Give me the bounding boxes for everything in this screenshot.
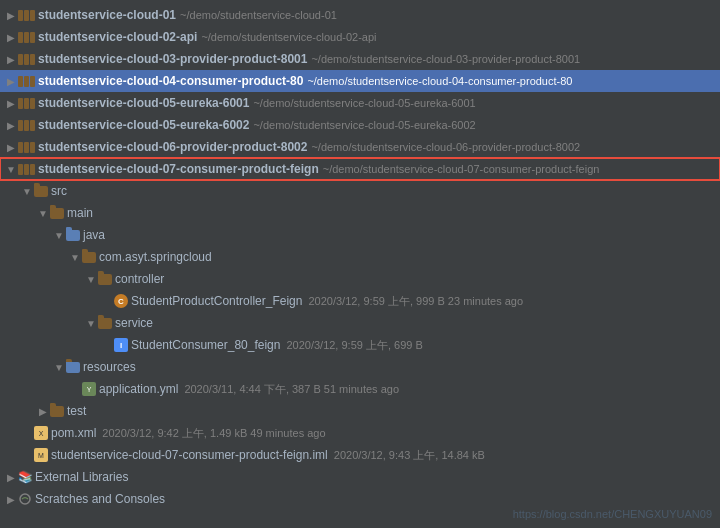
folder-icon (50, 208, 64, 219)
tree-item-item-06[interactable]: studentservice-cloud-05-eureka-6002 ~/de… (0, 114, 720, 136)
item-path: ~/demo/studentservice-cloud-03-provider-… (311, 53, 580, 65)
ext-libraries-icon: 📚 (18, 470, 32, 484)
folder-icon (50, 406, 64, 417)
tree-item-item-01[interactable]: studentservice-cloud-01 ~/demo/studentse… (0, 4, 720, 26)
item-path: ~/demo/studentservice-cloud-05-eureka-60… (253, 119, 475, 131)
module-icon (18, 32, 35, 43)
tree-item-item-16[interactable]: IStudentConsumer_80_feign2020/3/12, 9:59… (0, 334, 720, 356)
tree-item-item-13[interactable]: controller (0, 268, 720, 290)
expand-arrow[interactable] (84, 274, 98, 285)
expand-arrow[interactable] (4, 10, 18, 21)
item-path: ~/demo/studentservice-cloud-05-eureka-60… (253, 97, 475, 109)
expand-arrow[interactable] (4, 76, 18, 87)
item-path: ~/demo/studentservice-cloud-02-api (201, 31, 376, 43)
item-meta: 2020/3/12, 9:59 上午, 999 B 23 minutes ago (308, 294, 523, 309)
folder-icon (98, 318, 112, 329)
folder-resources-icon (66, 362, 80, 373)
expand-arrow[interactable] (4, 472, 18, 483)
item-path: ~/demo/studentservice-cloud-01 (180, 9, 337, 21)
item-label: studentservice-cloud-05-eureka-6002 (38, 118, 249, 132)
tree-item-item-15[interactable]: service (0, 312, 720, 334)
tree-item-item-04[interactable]: studentservice-cloud-04-consumer-product… (0, 70, 720, 92)
expand-arrow[interactable] (4, 142, 18, 153)
item-meta: 2020/3/12, 9:42 上午, 1.49 kB 49 minutes a… (102, 426, 325, 441)
scratch-icon (18, 492, 32, 506)
item-label: Scratches and Consoles (35, 492, 165, 506)
tree-item-item-23[interactable]: Scratches and Consoles (0, 488, 720, 510)
tree-item-item-17[interactable]: resources (0, 356, 720, 378)
item-label: application.yml (99, 382, 178, 396)
tree-item-item-18[interactable]: Yapplication.yml2020/3/11, 4:44 下午, 387 … (0, 378, 720, 400)
item-label: pom.xml (51, 426, 96, 440)
item-label: studentservice-cloud-02-api (38, 30, 197, 44)
module-icon (18, 164, 35, 175)
tree-item-item-07[interactable]: studentservice-cloud-06-provider-product… (0, 136, 720, 158)
tree-item-item-09[interactable]: src (0, 180, 720, 202)
expand-arrow[interactable] (20, 186, 34, 197)
item-label: studentservice-cloud-04-consumer-product… (38, 74, 303, 88)
expand-arrow[interactable] (52, 230, 66, 241)
yaml-icon: Y (82, 382, 96, 396)
class-icon: C (114, 294, 128, 308)
item-label: main (67, 206, 93, 220)
tree-item-item-20[interactable]: Xpom.xml2020/3/12, 9:42 上午, 1.49 kB 49 m… (0, 422, 720, 444)
item-label: studentservice-cloud-07-consumer-product… (51, 448, 328, 462)
svg-point-0 (20, 494, 30, 504)
tree-item-item-12[interactable]: com.asyt.springcloud (0, 246, 720, 268)
item-label: java (83, 228, 105, 242)
expand-arrow[interactable] (36, 406, 50, 417)
item-label: studentservice-cloud-05-eureka-6001 (38, 96, 249, 110)
item-label: com.asyt.springcloud (99, 250, 212, 264)
item-label: service (115, 316, 153, 330)
xml-icon: X (34, 426, 48, 440)
tree-item-item-21[interactable]: Mstudentservice-cloud-07-consumer-produc… (0, 444, 720, 466)
module-icon (18, 76, 35, 87)
item-label: studentservice-cloud-06-provider-product… (38, 140, 307, 154)
item-label: controller (115, 272, 164, 286)
folder-blue-icon (66, 230, 80, 241)
expand-arrow[interactable] (4, 54, 18, 65)
expand-arrow[interactable] (4, 32, 18, 43)
expand-arrow[interactable] (4, 98, 18, 109)
item-path: ~/demo/studentservice-cloud-06-provider-… (311, 141, 580, 153)
tree-item-item-10[interactable]: main (0, 202, 720, 224)
module-icon (18, 120, 35, 131)
interface-icon: I (114, 338, 128, 352)
item-path: ~/demo/studentservice-cloud-04-consumer-… (307, 75, 572, 87)
expand-arrow[interactable] (4, 494, 18, 505)
item-meta: 2020/3/12, 9:59 上午, 699 B (286, 338, 422, 353)
iml-icon: M (34, 448, 48, 462)
tree-item-item-02[interactable]: studentservice-cloud-02-api ~/demo/stude… (0, 26, 720, 48)
tree-item-item-22[interactable]: 📚External Libraries (0, 466, 720, 488)
tree-item-item-05[interactable]: studentservice-cloud-05-eureka-6001 ~/de… (0, 92, 720, 114)
tree-item-item-11[interactable]: java (0, 224, 720, 246)
item-label: External Libraries (35, 470, 128, 484)
module-icon (18, 10, 35, 21)
item-label: StudentConsumer_80_feign (131, 338, 280, 352)
project-tree[interactable]: studentservice-cloud-01 ~/demo/studentse… (0, 0, 720, 528)
item-label: src (51, 184, 67, 198)
module-icon (18, 142, 35, 153)
expand-arrow[interactable] (52, 362, 66, 373)
tree-item-item-03[interactable]: studentservice-cloud-03-provider-product… (0, 48, 720, 70)
item-path: ~/demo/studentservice-cloud-07-consumer-… (323, 163, 600, 175)
expand-arrow[interactable] (4, 164, 18, 175)
folder-icon (82, 252, 96, 263)
item-label: studentservice-cloud-03-provider-product… (38, 52, 307, 66)
expand-arrow[interactable] (68, 252, 82, 263)
tree-item-item-19[interactable]: test (0, 400, 720, 422)
expand-arrow[interactable] (36, 208, 50, 219)
module-icon (18, 98, 35, 109)
item-label: studentservice-cloud-01 (38, 8, 176, 22)
item-label: resources (83, 360, 136, 374)
item-label: studentservice-cloud-07-consumer-product… (38, 162, 319, 176)
tree-item-item-14[interactable]: CStudentProductController_Feign2020/3/12… (0, 290, 720, 312)
item-meta: 2020/3/12, 9:43 上午, 14.84 kB (334, 448, 485, 463)
folder-icon (98, 274, 112, 285)
item-label: StudentProductController_Feign (131, 294, 302, 308)
tree-item-item-08[interactable]: studentservice-cloud-07-consumer-product… (0, 158, 720, 180)
expand-arrow[interactable] (4, 120, 18, 131)
item-meta: 2020/3/11, 4:44 下午, 387 B 51 minutes ago (184, 382, 399, 397)
expand-arrow[interactable] (84, 318, 98, 329)
item-label: test (67, 404, 86, 418)
